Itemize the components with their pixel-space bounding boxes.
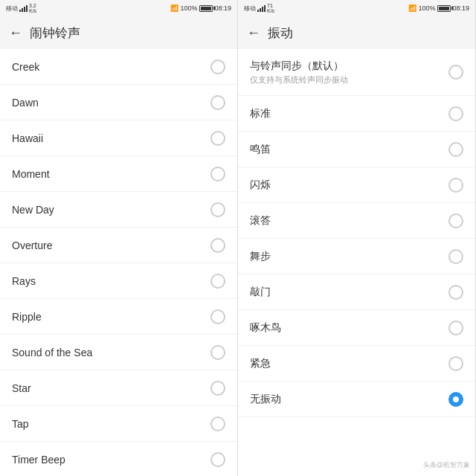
speed-text-2: 71K/s	[267, 3, 274, 13]
ringtone-label-1: Dawn	[12, 97, 39, 109]
vibration-text-container-0: 与铃声同步（默认） 仅支持与系统铃声同步振动	[250, 59, 348, 86]
ringtone-item-0[interactable]: Creek	[0, 49, 237, 85]
vibration-item-8[interactable]: 紧急	[238, 346, 475, 382]
speed-text: 3.2K/s	[29, 3, 36, 13]
status-right: 📶 100% 08:19	[170, 4, 231, 12]
ringtone-item-4[interactable]: New Day	[0, 192, 237, 228]
back-button-2[interactable]: ←	[247, 25, 260, 41]
vibration-item-6[interactable]: 敲门	[238, 274, 475, 310]
vibration-text-container-4: 滚答	[250, 213, 271, 228]
battery-icon	[199, 5, 213, 12]
radio-btn-vibration-9[interactable]	[448, 392, 463, 407]
ringtone-item-6[interactable]: Rays	[0, 263, 237, 299]
radio-btn-vibration-2[interactable]	[448, 142, 463, 157]
header-vibration: ← 振动	[238, 16, 475, 49]
header-ringtone: ← 闹钟铃声	[0, 16, 237, 49]
radio-btn-ringtone-10[interactable]	[210, 416, 225, 431]
vibration-label-3: 闪烁	[250, 178, 271, 190]
radio-btn-ringtone-3[interactable]	[210, 167, 225, 181]
back-button[interactable]: ←	[9, 25, 22, 41]
vibration-text-container-6: 敲门	[250, 285, 271, 299]
ringtone-item-2[interactable]: Hawaii	[0, 120, 237, 156]
ringtone-label-3: Moment	[12, 168, 50, 180]
vibration-label-8: 紧急	[250, 357, 271, 369]
radio-btn-vibration-6[interactable]	[448, 285, 463, 300]
ringtone-item-9[interactable]: Star	[0, 370, 237, 406]
status-bar-right: 移动 71K/s 📶 100% 08:19	[238, 0, 475, 16]
radio-btn-vibration-7[interactable]	[448, 321, 463, 335]
status-left: 移动 3.2K/s	[6, 3, 36, 13]
battery-text-2: 100%	[418, 4, 435, 12]
vibration-item-3[interactable]: 闪烁	[238, 167, 475, 203]
radio-btn-ringtone-7[interactable]	[210, 309, 225, 324]
carrier-text-2: 移动	[244, 4, 256, 13]
ringtone-label-0: Creek	[12, 61, 39, 73]
time-right: 08:19	[452, 4, 469, 12]
vibration-text-container-9: 无振动	[250, 392, 281, 406]
ringtone-item-10[interactable]: Tap	[0, 406, 237, 442]
vibration-text-container-8: 紧急	[250, 356, 271, 370]
radio-btn-vibration-4[interactable]	[448, 213, 463, 228]
ringtone-label-9: Star	[12, 382, 31, 394]
bluetooth-icon: 📶	[170, 4, 178, 12]
vibration-label-9: 无振动	[250, 393, 281, 405]
radio-btn-ringtone-11[interactable]	[210, 452, 225, 467]
carrier-text: 移动	[6, 4, 18, 13]
ringtone-label-10: Tap	[12, 418, 29, 430]
radio-btn-ringtone-6[interactable]	[210, 274, 225, 289]
vibration-sub-0: 仅支持与系统铃声同步振动	[250, 74, 348, 86]
bluetooth-icon-2: 📶	[408, 4, 416, 12]
vibration-label-6: 敲门	[250, 286, 271, 298]
ringtone-label-7: Ripple	[12, 311, 42, 323]
radio-btn-vibration-3[interactable]	[448, 178, 463, 193]
ringtone-label-6: Rays	[12, 275, 36, 287]
vibration-label-2: 鸣笛	[250, 143, 271, 155]
radio-btn-ringtone-5[interactable]	[210, 238, 225, 253]
ringtone-item-11[interactable]: Timer Beep	[0, 442, 237, 476]
vibration-list: 与铃声同步（默认） 仅支持与系统铃声同步振动 标准 鸣笛 闪烁 滚答 舞步	[238, 49, 475, 476]
ringtone-label-5: Overture	[12, 239, 52, 251]
ringtone-label-2: Hawaii	[12, 132, 43, 144]
vibration-item-0[interactable]: 与铃声同步（默认） 仅支持与系统铃声同步振动	[238, 49, 475, 96]
status-right-2: 📶 100% 08:19	[408, 4, 469, 12]
vibration-label-1: 标准	[250, 107, 271, 119]
status-left-2: 移动 71K/s	[244, 3, 274, 13]
radio-btn-vibration-5[interactable]	[448, 249, 463, 264]
ringtone-item-7[interactable]: Ripple	[0, 299, 237, 335]
battery-icon-2	[437, 5, 451, 12]
radio-btn-ringtone-4[interactable]	[210, 202, 225, 217]
battery-text: 100%	[180, 4, 197, 12]
vibration-text-container-3: 闪烁	[250, 178, 271, 192]
radio-btn-vibration-1[interactable]	[448, 106, 463, 121]
signal-icon-2	[257, 4, 266, 12]
vibration-label-0: 与铃声同步（默认）	[250, 60, 344, 71]
vibration-item-1[interactable]: 标准	[238, 96, 475, 132]
vibration-item-2[interactable]: 鸣笛	[238, 132, 475, 167]
time-left: 08:19	[214, 4, 231, 12]
vibration-item-9[interactable]: 无振动	[238, 382, 475, 417]
vibration-text-container-2: 鸣笛	[250, 142, 271, 156]
ringtone-item-5[interactable]: Overture	[0, 228, 237, 263]
ringtone-item-3[interactable]: Moment	[0, 156, 237, 192]
vibration-label-5: 舞步	[250, 250, 271, 262]
ringtone-label-11: Timer Beep	[12, 454, 65, 466]
vibration-item-5[interactable]: 舞步	[238, 239, 475, 274]
signal-icon	[19, 4, 28, 12]
radio-btn-ringtone-1[interactable]	[210, 95, 225, 110]
vibration-item-4[interactable]: 滚答	[238, 203, 475, 239]
radio-btn-ringtone-9[interactable]	[210, 381, 225, 396]
ringtone-item-8[interactable]: Sound of the Sea	[0, 335, 237, 370]
radio-btn-ringtone-2[interactable]	[210, 131, 225, 146]
status-bar-left: 移动 3.2K/s 📶 100% 08:19	[0, 0, 237, 16]
radio-btn-ringtone-0[interactable]	[210, 60, 225, 74]
ringtone-item-1[interactable]: Dawn	[0, 85, 237, 120]
vibration-text-container-5: 舞步	[250, 249, 271, 263]
radio-btn-vibration-0[interactable]	[448, 65, 463, 80]
panel-ringtone: 移动 3.2K/s 📶 100% 08:19 ← 闹钟铃声 Creek Dawn	[0, 0, 238, 476]
page-title-ringtone: 闹钟铃声	[30, 25, 80, 42]
vibration-item-7[interactable]: 啄木鸟	[238, 310, 475, 346]
ringtone-label-8: Sound of the Sea	[12, 347, 92, 358]
radio-btn-vibration-8[interactable]	[448, 356, 463, 371]
radio-btn-ringtone-8[interactable]	[210, 345, 225, 360]
vibration-text-container-1: 标准	[250, 106, 271, 120]
